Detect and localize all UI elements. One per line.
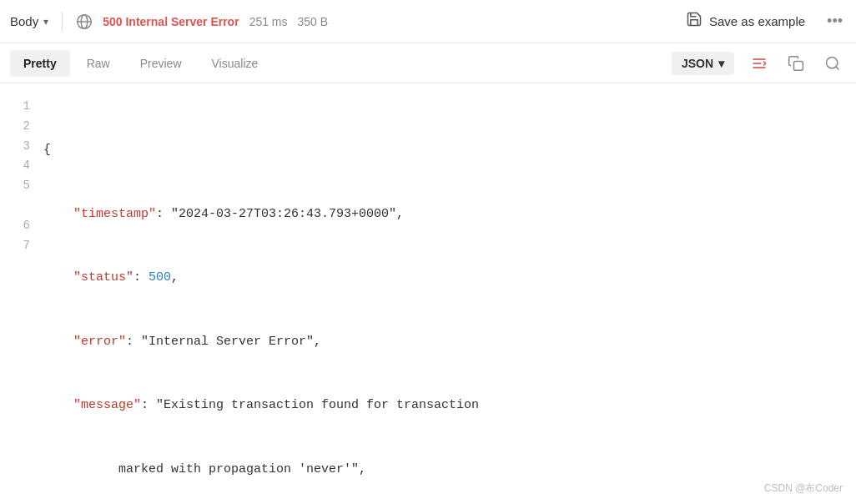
chevron-down-icon: ▾ xyxy=(43,16,48,28)
code-container: 1 2 3 4 5 6 7 { "timestamp": "2024-03-27… xyxy=(0,83,856,504)
copy-icon[interactable] xyxy=(783,50,809,77)
save-example-label: Save as example xyxy=(709,14,805,28)
timing-text: 251 ms xyxy=(249,15,288,28)
code-line-3: "status": 500, xyxy=(43,267,856,289)
tab-pretty[interactable]: Pretty xyxy=(10,50,70,77)
save-icon xyxy=(686,11,702,32)
more-options-icon[interactable]: ••• xyxy=(823,9,846,33)
code-line-2: "timestamp": "2024-03-27T03:26:43.793+00… xyxy=(43,204,856,225)
code-body: { "timestamp": "2024-03-27T03:26:43.793+… xyxy=(43,83,856,504)
wrap-icon[interactable] xyxy=(746,50,773,77)
json-label: JSON xyxy=(682,57,713,70)
body-dropdown[interactable]: Body ▾ xyxy=(10,14,48,28)
body-label: Body xyxy=(10,14,38,28)
code-line-1: { xyxy=(43,139,856,161)
json-format-selector[interactable]: JSON ▾ xyxy=(672,52,734,75)
json-chevron-icon: ▾ xyxy=(718,57,724,70)
tab-raw[interactable]: Raw xyxy=(73,50,123,77)
code-line-5-cont: marked with propagation 'never'", xyxy=(43,459,856,481)
code-line-4: "error": "Internal Server Error", xyxy=(43,331,856,353)
watermark: CSDN @布Coder xyxy=(764,481,843,496)
line-numbers: 1 2 3 4 5 6 7 xyxy=(0,83,43,504)
globe-icon xyxy=(76,13,93,30)
tab-visualize[interactable]: Visualize xyxy=(199,50,272,77)
save-as-example-button[interactable]: Save as example xyxy=(677,6,813,37)
size-text: 350 B xyxy=(298,15,329,28)
svg-rect-6 xyxy=(794,61,803,70)
svg-line-8 xyxy=(836,66,839,69)
tab-preview[interactable]: Preview xyxy=(127,50,195,77)
response-toolbar: Body ▾ 500 Internal Server Error 251 ms … xyxy=(0,0,856,43)
search-icon[interactable] xyxy=(819,50,846,77)
code-line-5: "message": "Existing transaction found f… xyxy=(43,395,856,416)
tab-toolbar-icons xyxy=(746,50,846,77)
svg-point-7 xyxy=(827,57,838,68)
toolbar-divider xyxy=(62,12,63,32)
status-text: 500 Internal Server Error xyxy=(103,15,239,28)
response-tab-bar: Pretty Raw Preview Visualize JSON ▾ xyxy=(0,43,856,83)
